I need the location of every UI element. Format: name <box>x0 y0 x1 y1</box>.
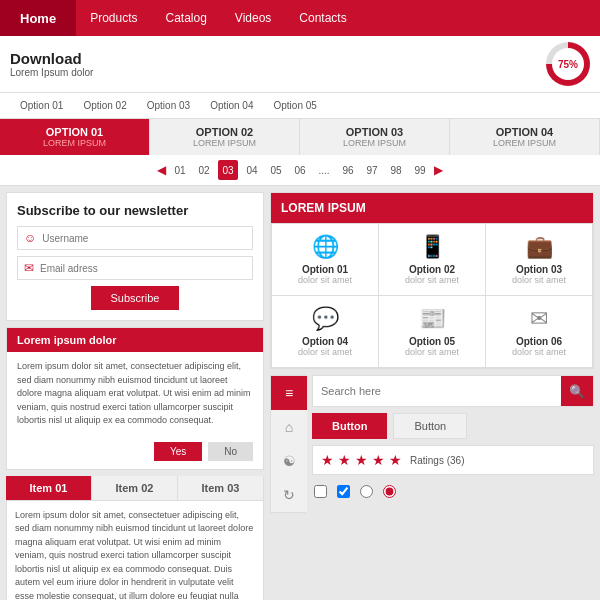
top-nav: Home Products Catalog Videos Contacts <box>0 0 600 36</box>
lorem-box-header: Lorem ipsum dolor <box>7 328 263 352</box>
user-icon: ☺ <box>24 231 36 245</box>
mail-input-icon: ✉ <box>24 261 34 275</box>
star-3: ★ <box>355 452 368 468</box>
progress-circle: 75% <box>546 42 590 86</box>
yes-button[interactable]: Yes <box>154 442 202 461</box>
newsletter-title: Subscribe to our newsletter <box>17 203 253 218</box>
option-tab-2-sub: LOREM IPSUM <box>160 138 289 148</box>
action-buttons: Button Button <box>312 413 594 439</box>
option-cell-4[interactable]: 💬 Option 04 dolor sit amet <box>272 296 378 367</box>
sub-nav-item-5[interactable]: Option 05 <box>264 93 327 118</box>
globe-icon: 🌐 <box>278 234 372 260</box>
option-cell-1[interactable]: 🌐 Option 01 dolor sit amet <box>272 224 378 295</box>
page-96[interactable]: 96 <box>338 160 358 180</box>
tag-icon[interactable]: ☯ <box>271 444 307 478</box>
home-icon[interactable]: ⌂ <box>271 410 307 444</box>
search-button[interactable]: 🔍 <box>561 376 593 406</box>
option-tab-3-title: OPTION 03 <box>310 126 439 138</box>
checkbox-unchecked[interactable] <box>314 485 327 498</box>
radio-2[interactable] <box>383 485 396 498</box>
left-panel: Subscribe to our newsletter ☺ ✉ Subscrib… <box>6 192 264 600</box>
prev-page[interactable]: ◀ <box>157 163 166 177</box>
option-tab-2[interactable]: OPTION 02 LOREM IPSUM <box>150 119 300 155</box>
page-2[interactable]: 02 <box>194 160 214 180</box>
email-row[interactable]: ✉ <box>17 256 253 280</box>
username-row[interactable]: ☺ <box>17 226 253 250</box>
sub-nav-item-3[interactable]: Option 03 <box>137 93 200 118</box>
menu-icon[interactable]: ≡ <box>271 376 307 410</box>
refresh-icon[interactable]: ↻ <box>271 478 307 512</box>
checkbox-1[interactable] <box>314 485 327 498</box>
option-2-name: Option 02 <box>385 264 479 275</box>
page-1[interactable]: 01 <box>170 160 190 180</box>
main-layout: Subscribe to our newsletter ☺ ✉ Subscrib… <box>0 186 600 600</box>
option-tab-3[interactable]: OPTION 03 LOREM IPSUM <box>300 119 450 155</box>
options-grid: 🌐 Option 01 dolor sit amet 📱 Option 02 d… <box>271 223 593 368</box>
briefcase-icon: 💼 <box>492 234 586 260</box>
ratings-row: ★ ★ ★ ★ ★ Ratings (36) <box>312 445 594 475</box>
item-tab-2[interactable]: Item 02 <box>92 476 178 500</box>
item-tab-1[interactable]: Item 01 <box>6 476 92 500</box>
option-4-sub: dolor sit amet <box>278 347 372 357</box>
item-tabs: Item 01 Item 02 Item 03 <box>6 476 264 500</box>
nav-catalog[interactable]: Catalog <box>151 0 220 36</box>
checkbox-checked[interactable] <box>337 485 350 498</box>
option-cell-2[interactable]: 📱 Option 02 dolor sit amet <box>379 224 485 295</box>
option-cell-3[interactable]: 💼 Option 03 dolor sit amet <box>486 224 592 295</box>
nav-items: Products Catalog Videos Contacts <box>76 0 600 36</box>
sub-nav-item-2[interactable]: Option 02 <box>73 93 136 118</box>
primary-button[interactable]: Button <box>312 413 387 439</box>
page-4[interactable]: 04 <box>242 160 262 180</box>
search-input[interactable] <box>313 379 561 403</box>
side-icons: ≡ ⌂ ☯ ↻ <box>270 375 306 513</box>
nav-products[interactable]: Products <box>76 0 151 36</box>
subscribe-button[interactable]: Subscribe <box>91 286 180 310</box>
option-tab-4-sub: LOREM IPSUM <box>460 138 589 148</box>
secondary-button[interactable]: Button <box>393 413 467 439</box>
option-tab-1[interactable]: OPTION 01 LOREM IPSUM <box>0 119 150 155</box>
bottom-right: ≡ ⌂ ☯ ↻ 🔍 Button Button ★ <box>270 375 594 513</box>
option-cell-5[interactable]: 📰 Option 05 dolor sit amet <box>379 296 485 367</box>
item-tab-3[interactable]: Item 03 <box>178 476 264 500</box>
option-tab-4-title: OPTION 04 <box>460 126 589 138</box>
no-button[interactable]: No <box>208 442 253 461</box>
sub-nav-item-4[interactable]: Option 04 <box>200 93 263 118</box>
lorem-box: Lorem ipsum dolor Lorem ipsum dolor sit … <box>6 327 264 470</box>
search-row: 🔍 <box>312 375 594 407</box>
progress-value: 75% <box>558 59 578 70</box>
page-6[interactable]: 06 <box>290 160 310 180</box>
option-5-sub: dolor sit amet <box>385 347 479 357</box>
page-99[interactable]: 99 <box>410 160 430 180</box>
page-98[interactable]: 98 <box>386 160 406 180</box>
email-input[interactable] <box>40 263 246 274</box>
radio-item-2[interactable] <box>383 485 396 498</box>
home-button[interactable]: Home <box>0 0 76 36</box>
search-buttons-area: 🔍 Button Button ★ ★ ★ ★ ★ Ratings (36) <box>312 375 594 513</box>
radio-item[interactable] <box>360 485 373 498</box>
checkbox-2[interactable] <box>337 485 350 498</box>
option-1-sub: dolor sit amet <box>278 275 372 285</box>
option-cell-6[interactable]: ✉ Option 06 dolor sit amet <box>486 296 592 367</box>
lorem-ipsum-box: LOREM IPSUM 🌐 Option 01 dolor sit amet 📱… <box>270 192 594 369</box>
nav-videos[interactable]: Videos <box>221 0 285 36</box>
download-subtitle: Lorem Ipsum dolor <box>10 67 546 78</box>
option-5-name: Option 05 <box>385 336 479 347</box>
radio-1[interactable] <box>360 485 373 498</box>
option-1-name: Option 01 <box>278 264 372 275</box>
page-5[interactable]: 05 <box>266 160 286 180</box>
star-4: ★ <box>372 452 385 468</box>
option-tab-1-title: OPTION 01 <box>10 126 139 138</box>
mail-icon: ✉ <box>492 306 586 332</box>
next-page[interactable]: ▶ <box>434 163 443 177</box>
nav-contacts[interactable]: Contacts <box>285 0 360 36</box>
star-5: ★ <box>389 452 402 468</box>
page-dots: .... <box>314 160 334 180</box>
page-97[interactable]: 97 <box>362 160 382 180</box>
option-tab-4[interactable]: OPTION 04 LOREM IPSUM <box>450 119 600 155</box>
sub-nav-item-1[interactable]: Option 01 <box>10 93 73 118</box>
option-tab-1-sub: LOREM IPSUM <box>10 138 139 148</box>
username-input[interactable] <box>42 233 246 244</box>
pagination: ◀ 01 02 03 04 05 06 .... 96 97 98 99 ▶ <box>0 155 600 186</box>
lorem-box-body: Lorem ipsum dolor sit amet, consectetuer… <box>7 352 263 436</box>
page-3[interactable]: 03 <box>218 160 238 180</box>
